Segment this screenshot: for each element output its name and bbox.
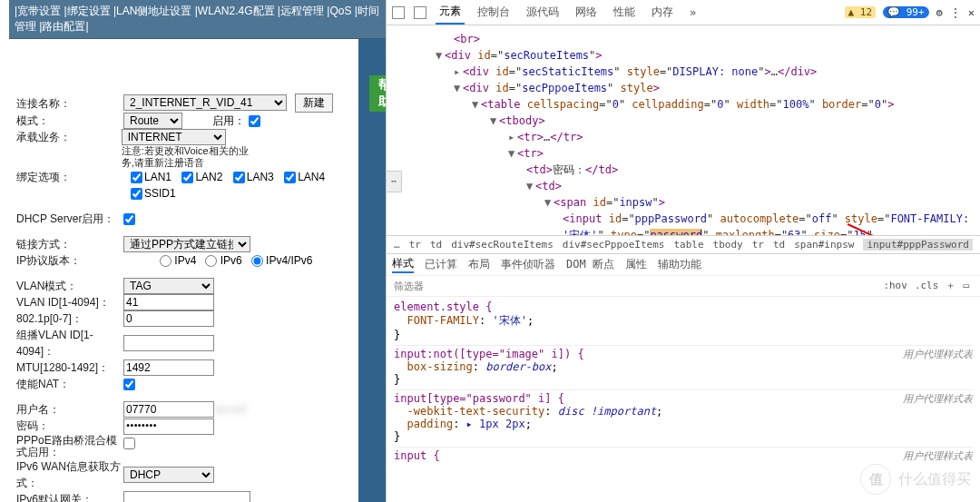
nav-broadband[interactable]: 宽带设置 [17, 5, 61, 17]
label-pppoe-bridge: PPPoE路由桥混合模式启用： [16, 435, 123, 458]
watermark: 值 什么值得买 [860, 464, 971, 495]
top-nav: |宽带设置 |绑定设置 |LAN侧地址设置 |WLAN2.4G配置 |远程管理 … [9, 0, 386, 39]
label-mode: 模式： [16, 113, 123, 129]
tab-elements[interactable]: 元素 [436, 0, 465, 25]
vlan-id-input[interactable] [123, 294, 214, 310]
mcast-vlan-input[interactable] [123, 335, 214, 351]
conn-name-select[interactable]: 2_INTERNET_R_VID_41 [123, 94, 287, 111]
label-ipv6-gw: IPv6默认网关： [16, 491, 123, 503]
tab-props[interactable]: 属性 [625, 257, 647, 272]
bind-lan2[interactable] [181, 172, 193, 183]
messages-badge[interactable]: 💬 99+ [883, 6, 929, 18]
ipv46-radio[interactable] [251, 255, 263, 267]
inspect-icon[interactable] [392, 6, 405, 19]
tab-network[interactable]: 网络 [572, 1, 601, 24]
device-icon[interactable] [414, 6, 426, 19]
label-nat: 使能NAT： [16, 376, 123, 392]
help-button[interactable]: 帮助 [369, 75, 386, 112]
label-mcast-vlan: 组播VLAN ID[1-4094]： [16, 327, 123, 359]
hov-toggle[interactable]: :hov [879, 280, 911, 291]
label-conn-name: 连接名称： [16, 95, 123, 112]
kebab-icon[interactable]: ⋮ [950, 6, 961, 19]
ipv6-gw-input[interactable] [123, 491, 250, 503]
bind-lan3[interactable] [233, 172, 245, 183]
form-area: 连接名称： 2_INTERNET_R_VID_41 新建 模式： Route 启… [0, 39, 358, 502]
p8021-input[interactable] [123, 310, 214, 327]
nav-lan[interactable]: LAN侧地址设置 [116, 5, 191, 17]
tab-a11y[interactable]: 辅助功能 [658, 257, 701, 272]
watermark-icon: 值 [860, 464, 891, 495]
breadcrumb[interactable]: …trtd div#secRouteItemsdiv#secPppoeItems… [387, 235, 980, 253]
label-vlan-mode: VLAN模式： [16, 278, 123, 294]
bind-lan2-label: LAN2 [195, 171, 222, 183]
cls-toggle[interactable]: .cls [911, 280, 943, 291]
dhcp-checkbox[interactable] [123, 213, 135, 225]
label-ip-ver: IP协议版本： [16, 252, 123, 269]
vlan-mode-select[interactable]: TAG [123, 278, 214, 294]
tab-computed[interactable]: 已计算 [425, 257, 457, 272]
right-blue-panel: 帮助 [358, 39, 386, 502]
tab-memory[interactable]: 内存 [648, 1, 677, 24]
nav-remote[interactable]: 远程管理 [280, 5, 324, 17]
bind-ssid1-label: SSID1 [144, 187, 176, 200]
label-8021p: 802.1p[0-7]： [16, 310, 123, 327]
enable-checkbox[interactable] [249, 115, 260, 127]
bind-lan4-label: LAN4 [298, 171, 325, 183]
bind-lan1[interactable] [131, 172, 142, 183]
elements-tree[interactable]: ⋯ <br> ▼<div id="secRouteItems"> ▸<div i… [387, 25, 980, 235]
service-select[interactable]: INTERNET [122, 129, 226, 145]
gear-icon[interactable]: ⚙ [936, 6, 943, 19]
label-ipv6-wan: IPv6 WAN信息获取方式： [16, 458, 123, 491]
watermark-text: 什么值得买 [898, 470, 971, 489]
new-button[interactable]: 新建 [295, 94, 333, 113]
styles-tabs: 样式 已计算 布局 事件侦听器 DOM 断点 属性 辅助功能 [387, 253, 980, 275]
tab-layout[interactable]: 布局 [468, 257, 490, 272]
nav-route[interactable]: 路由配置 [42, 20, 85, 33]
tab-more[interactable]: » [686, 3, 700, 23]
tab-listeners[interactable]: 事件侦听器 [501, 257, 555, 272]
nav-qos[interactable]: QoS [329, 5, 351, 17]
password-input[interactable] [123, 418, 214, 435]
user-input[interactable] [123, 401, 214, 418]
bind-lan3-label: LAN3 [247, 171, 274, 183]
label-mtu: MTU[1280-1492]： [16, 359, 123, 376]
collapse-handle[interactable]: ⋯ [387, 171, 402, 192]
ipv46-label: IPv4/IPv6 [266, 254, 312, 267]
styles-pane-menu[interactable]: ▭ [959, 280, 973, 291]
tab-console[interactable]: 控制台 [474, 1, 514, 24]
nav-bind[interactable]: 绑定设置 [67, 5, 111, 17]
styles-filter: :hov .cls ＋ ▭ [387, 275, 980, 297]
bind-lan4[interactable] [284, 172, 296, 183]
mode-select[interactable]: Route [123, 113, 182, 129]
mtu-input[interactable] [123, 359, 214, 376]
label-dhcp: DHCP Server启用： [16, 211, 123, 227]
label-service: 承载业务： [16, 129, 122, 145]
ipv4-radio[interactable] [160, 255, 172, 267]
ipv6-radio[interactable] [205, 255, 217, 267]
pppoe-bridge-checkbox[interactable] [123, 438, 135, 449]
tab-styles[interactable]: 样式 [392, 256, 414, 273]
tab-performance[interactable]: 性能 [610, 1, 639, 24]
service-note: 注意:若更改和Voice相关的业务,请重新注册语音 [122, 145, 249, 169]
devtools-toolbar: 元素 控制台 源代码 网络 性能 内存 » ▲ 12 💬 99+ ⚙ ⋮ ✕ [387, 0, 980, 25]
filter-input[interactable] [394, 281, 879, 291]
label-bind: 绑定选项： [16, 169, 123, 185]
router-config-panel: |宽带设置 |绑定设置 |LAN侧地址设置 |WLAN2.4G配置 |远程管理 … [0, 0, 386, 502]
bind-lan1-label: LAN1 [144, 171, 172, 183]
devtools-panel: 元素 控制台 源代码 网络 性能 内存 » ▲ 12 💬 99+ ⚙ ⋮ ✕ ⋯… [386, 0, 980, 502]
ipv6-label: IPv6 [220, 254, 242, 267]
add-rule-icon[interactable]: ＋ [942, 279, 959, 292]
ipv6-wan-select[interactable]: DHCP [123, 467, 214, 483]
label-user: 用户名： [16, 401, 123, 418]
label-link-type: 链接方式： [16, 236, 123, 252]
label-pass: 密码： [16, 418, 123, 434]
link-type-select[interactable]: 通过PPP方式建立链接 [123, 236, 250, 252]
warning-badge[interactable]: ▲ 12 [845, 6, 877, 18]
nat-checkbox[interactable] [123, 379, 135, 390]
close-icon[interactable]: ✕ [968, 6, 975, 19]
ipv4-label: IPv4 [174, 254, 196, 267]
tab-dom-bp[interactable]: DOM 断点 [566, 257, 614, 272]
bind-ssid1[interactable] [131, 188, 142, 200]
nav-wlan[interactable]: WLAN2.4G配置 [198, 5, 275, 17]
tab-sources[interactable]: 源代码 [523, 1, 563, 24]
